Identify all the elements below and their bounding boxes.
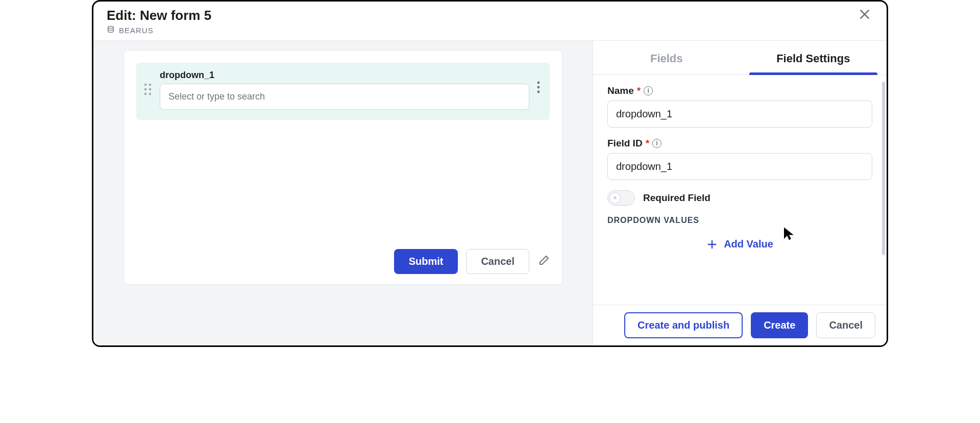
svg-point-3 bbox=[144, 84, 146, 86]
required-asterisk: * bbox=[646, 138, 649, 149]
svg-point-9 bbox=[537, 82, 540, 84]
side-panel: Fields Field Settings Name * i Field ID … bbox=[593, 41, 887, 345]
form-canvas: dropdown_1 Submit Cancel bbox=[93, 41, 593, 345]
svg-point-11 bbox=[537, 91, 540, 93]
create-and-publish-button[interactable]: Create and publish bbox=[624, 312, 743, 338]
submit-button[interactable]: Submit bbox=[394, 249, 458, 274]
field-label: dropdown_1 bbox=[160, 70, 529, 81]
svg-point-0 bbox=[108, 26, 114, 28]
field-id-input[interactable] bbox=[607, 153, 872, 180]
svg-point-10 bbox=[537, 86, 540, 89]
dialog-footer: Create and publish Create Cancel bbox=[593, 305, 887, 345]
scrollbar[interactable] bbox=[882, 82, 885, 255]
tab-fields[interactable]: Fields bbox=[593, 41, 740, 74]
info-icon[interactable]: i bbox=[644, 86, 653, 95]
drag-handle-icon[interactable] bbox=[143, 70, 153, 96]
page-title: Edit: New form 5 bbox=[107, 8, 211, 23]
svg-point-8 bbox=[149, 93, 151, 95]
svg-point-4 bbox=[149, 84, 151, 86]
edit-pencil-icon[interactable] bbox=[537, 255, 550, 269]
required-toggle[interactable]: × bbox=[607, 190, 635, 206]
cancel-preview-button[interactable]: Cancel bbox=[466, 249, 529, 274]
database-name: BEARUS bbox=[119, 26, 154, 35]
dropdown-preview-input[interactable] bbox=[160, 84, 529, 110]
name-label-row: Name * i bbox=[607, 85, 872, 96]
svg-point-6 bbox=[149, 88, 151, 90]
add-value-label: Add Value bbox=[724, 238, 773, 250]
toggle-knob-icon: × bbox=[609, 192, 621, 204]
create-button[interactable]: Create bbox=[751, 312, 808, 338]
required-toggle-label: Required Field bbox=[643, 192, 710, 204]
field-id-label-row: Field ID * i bbox=[607, 138, 872, 149]
tab-field-settings[interactable]: Field Settings bbox=[740, 41, 887, 74]
dialog-header: Edit: New form 5 BEARUS bbox=[93, 2, 887, 41]
required-asterisk: * bbox=[637, 85, 641, 96]
close-button[interactable] bbox=[856, 8, 873, 23]
svg-point-5 bbox=[144, 88, 146, 90]
info-icon[interactable]: i bbox=[652, 139, 662, 148]
form-preview-card: dropdown_1 Submit Cancel bbox=[124, 50, 562, 285]
add-value-button[interactable]: Add Value bbox=[607, 235, 872, 253]
field-more-menu[interactable] bbox=[536, 70, 541, 94]
cancel-button[interactable]: Cancel bbox=[816, 312, 875, 338]
field-id-label: Field ID bbox=[607, 138, 643, 149]
svg-point-7 bbox=[144, 93, 146, 95]
database-indicator: BEARUS bbox=[107, 26, 211, 35]
name-input[interactable] bbox=[607, 101, 872, 128]
form-field-block[interactable]: dropdown_1 bbox=[136, 63, 550, 120]
plus-icon bbox=[706, 239, 718, 250]
name-label: Name bbox=[607, 85, 634, 96]
database-icon bbox=[107, 26, 115, 35]
dropdown-values-heading: DROPDOWN VALUES bbox=[607, 216, 872, 225]
